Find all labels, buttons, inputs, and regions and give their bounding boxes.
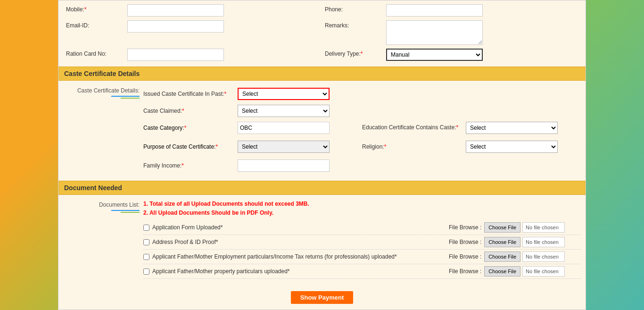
doc-row-4: Applicant Father/Mother property particu… (143, 264, 581, 279)
email-input[interactable] (127, 20, 224, 33)
doc-notice: 1. Total size of all Upload Documents sh… (143, 200, 581, 218)
issued-caste-select[interactable]: Select Yes No (238, 88, 330, 100)
sidebar-line-blue (111, 96, 140, 97)
no-file-text-2: No file chosen (522, 237, 565, 247)
doc-notice-2: 2. All Upload Documents Should be in PDF… (143, 209, 581, 218)
caste-category-label: Caste Category:* (143, 125, 238, 131)
doc-sidebar-line-blue (111, 210, 140, 211)
choose-file-btn-3[interactable]: Choose File (484, 251, 520, 262)
ration-card-input[interactable] (127, 49, 224, 61)
remarks-input[interactable] (386, 20, 483, 45)
choose-file-btn-2[interactable]: Choose File (484, 237, 520, 247)
delivery-type-select[interactable]: Manual Online (386, 49, 483, 61)
caste-claimed-select[interactable]: Select OBC SC ST (238, 105, 330, 117)
purpose-label: Purpose of Caste Certificate:* (143, 143, 238, 150)
doc-row-3: Applicant Father/Mother Employment parti… (143, 250, 581, 264)
file-browse-3: File Browse : Choose File No file chosen (449, 251, 581, 262)
file-browse-4: File Browse : Choose File No file chosen (449, 266, 581, 276)
doc-sidebar-label: Documents List: (68, 201, 140, 208)
doc-checkbox-3[interactable] (143, 254, 149, 260)
ration-card-label: Ration Card No: (66, 49, 127, 57)
delivery-type-required: * (361, 50, 363, 57)
mobile-input[interactable] (127, 4, 224, 17)
doc-notice-1: 1. Total size of all Upload Documents sh… (143, 200, 581, 209)
caste-category-input[interactable] (238, 122, 330, 134)
no-file-text-1: No file chosen (522, 222, 565, 233)
doc-checkbox-4[interactable] (143, 268, 149, 275)
button-row: Show Payment (58, 286, 586, 308)
phone-label: Phone: (325, 4, 386, 13)
doc-row-2: Address Proof & ID Proof* File Browse : … (143, 235, 581, 250)
doc-label-2: Address Proof & ID Proof* (152, 239, 449, 245)
mobile-label: Mobile:* (66, 4, 127, 13)
caste-claimed-label: Caste Claimed:* (143, 108, 238, 114)
doc-sidebar-line-green (121, 212, 140, 213)
file-browse-label-2: File Browse : (449, 239, 481, 245)
file-browse-2: File Browse : Choose File No file chosen (449, 237, 581, 247)
caste-section-header: Caste Certificate Details (58, 67, 586, 81)
choose-file-btn-1[interactable]: Choose File (484, 222, 520, 233)
remarks-label: Remarks: (325, 20, 386, 29)
purpose-select[interactable]: Select Employment Education Other (238, 141, 330, 153)
sidebar-line-green (121, 98, 140, 99)
doc-label-1: Application Form Uploaded* (152, 224, 449, 231)
file-browse-label-4: File Browse : (449, 268, 481, 275)
education-cert-label: Education Certificate Contains Caste:* (362, 124, 466, 132)
phone-input[interactable] (386, 4, 483, 17)
file-browse-label-1: File Browse : (449, 224, 481, 231)
delivery-type-label: Delivery Type:* (325, 49, 386, 57)
family-income-label: Family Income:* (143, 162, 238, 169)
file-browse-1: File Browse : Choose File No file chosen (449, 222, 581, 233)
doc-label-4: Applicant Father/Mother property particu… (152, 268, 449, 275)
doc-row-1: Application Form Uploaded* File Browse :… (143, 220, 581, 235)
document-section-header: Document Needed (58, 181, 586, 195)
religion-label: Religion:* (362, 143, 466, 150)
email-label: Email-ID: (66, 20, 127, 29)
no-file-text-3: No file chosen (522, 251, 565, 262)
religion-select[interactable]: Select Hindu Muslim Christian Other (466, 141, 558, 153)
show-payment-button[interactable]: Show Payment (291, 291, 353, 304)
doc-label-3: Applicant Father/Mother Employment parti… (152, 253, 449, 260)
issued-caste-label: Issued Caste Certificate In Past:* (143, 91, 238, 97)
doc-checkbox-2[interactable] (143, 239, 149, 245)
caste-sidebar-label: Caste Certificate Details: (68, 87, 140, 94)
no-file-text-4: No file chosen (522, 266, 565, 276)
choose-file-btn-4[interactable]: Choose File (484, 266, 520, 276)
doc-checkbox-1[interactable] (143, 225, 149, 231)
family-income-input[interactable] (238, 159, 330, 172)
file-browse-label-3: File Browse : (449, 253, 481, 260)
education-cert-select[interactable]: Select Yes No (466, 122, 558, 134)
mobile-required: * (84, 6, 87, 13)
